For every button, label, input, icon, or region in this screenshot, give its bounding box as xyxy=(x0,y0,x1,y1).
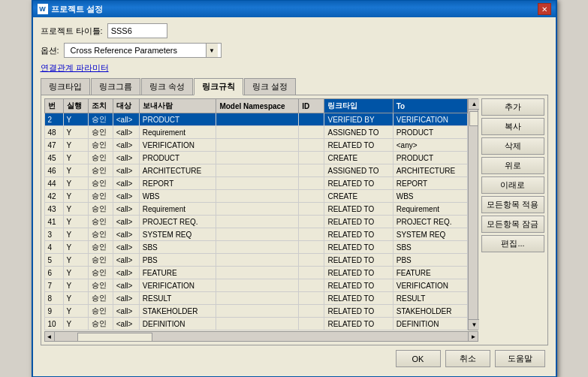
vertical-scrollbar[interactable]: ▲ ▼ xyxy=(468,98,478,330)
project-type-label: 프로젝트 타이틀: xyxy=(41,26,103,37)
scroll-up-arrow[interactable]: ▲ xyxy=(469,99,479,110)
app-icon: W xyxy=(38,4,48,14)
tab-linksetting[interactable]: 링크 설정 xyxy=(244,78,296,95)
title-bar-left: W 프로젝트 설정 xyxy=(38,4,103,15)
col-header-target: 대상 xyxy=(113,99,139,113)
window-content: 프로젝트 타이틀: 옵션: Cross Reference Parameters… xyxy=(33,17,556,376)
cancel-button[interactable]: 취소 xyxy=(445,350,490,367)
tab-linkrule[interactable]: 링크규칙 xyxy=(194,78,243,95)
project-type-row: 프로젝트 타이틀: xyxy=(41,23,548,38)
col-header-no: 번 xyxy=(44,99,63,113)
apply-all-button[interactable]: 모든항목 적용 xyxy=(481,196,544,213)
table-row[interactable]: 5Y승인<all>PBSRELATED TOPBS xyxy=(44,254,468,267)
table-row[interactable]: 9Y승인<all>STAKEHOLDERRELATED TOSTAKEHOLDE… xyxy=(44,305,468,318)
up-button[interactable]: 위로 xyxy=(481,157,544,174)
col-header-to: To xyxy=(393,99,468,113)
table-body: 2Y승인<all>PRODUCTVERIFIED BYVERIFICATION4… xyxy=(44,113,468,330)
col-header-id: ID xyxy=(299,99,324,113)
copy-button[interactable]: 복사 xyxy=(481,118,544,135)
hscroll-track xyxy=(55,331,469,342)
close-button[interactable]: ✕ xyxy=(538,3,551,15)
footer: OK 취소 도움말 xyxy=(41,345,548,370)
scroll-left-arrow[interactable]: ◄ xyxy=(44,331,55,342)
edit-button[interactable]: 편집... xyxy=(481,235,544,252)
table-row[interactable]: 44Y승인<all>REPORTRELATED TOREPORT xyxy=(44,177,468,190)
table-with-scrollbar: 번 실행 조치 대상 보내사람 Model Namespace ID 링크타입 xyxy=(44,98,479,330)
help-button[interactable]: 도움말 xyxy=(495,350,545,367)
window-title: 프로젝트 설정 xyxy=(51,4,103,15)
horizontal-scrollbar: ◄ ► xyxy=(44,331,479,342)
down-button[interactable]: 이래로 xyxy=(481,176,544,194)
lock-all-button[interactable]: 모든항목 잠금 xyxy=(481,216,544,233)
data-table: 번 실행 조치 대상 보내사람 Model Namespace ID 링크타입 xyxy=(44,98,469,330)
tab-linkgroup[interactable]: 링크그름 xyxy=(91,78,140,95)
table-row[interactable]: 3Y승인<all>SYSTEM REQRELATED TOSYSTEM REQ xyxy=(44,228,468,241)
option-label: 옵션: xyxy=(41,45,59,56)
link-row: 연결관계 파라미터 xyxy=(41,62,548,74)
table-row[interactable]: 47Y승인<all>VERIFICATIONRELATED TO<any> xyxy=(44,139,468,152)
link-params[interactable]: 연결관계 파라미터 xyxy=(41,62,109,74)
project-type-input[interactable] xyxy=(107,23,167,38)
table-row[interactable]: 6Y승인<all>FEATURERELATED TOFEATURE xyxy=(44,267,468,279)
table-row[interactable]: 43Y승인<all>RequirementRELATED TORequireme… xyxy=(44,203,468,216)
tab-linktype[interactable]: 링크타입 xyxy=(41,78,90,95)
tabs: 링크타입 링크그름 링크 속성 링크규칙 링크 설정 xyxy=(41,78,548,95)
table-row[interactable]: 7Y승인<all>VERIFICATIONRELATED TOVERIFICAT… xyxy=(44,279,468,292)
ok-button[interactable]: OK xyxy=(396,350,441,367)
main-area: 번 실행 조치 대상 보내사람 Model Namespace ID 링크타입 xyxy=(44,98,544,342)
scroll-down-arrow[interactable]: ▼ xyxy=(469,319,479,330)
sidebar-buttons: 추가 복사 삭제 위로 이래로 모든항목 적용 모든항목 잠금 편집... xyxy=(481,98,544,342)
table-row[interactable]: 42Y승인<all>WBSCREATEWBS xyxy=(44,190,468,203)
table-row[interactable]: 2Y승인<all>PRODUCTVERIFIED BYVERIFICATION xyxy=(44,113,468,126)
col-header-sender: 보내사람 xyxy=(139,99,216,113)
option-select-arrow[interactable]: ▼ xyxy=(206,44,218,57)
delete-button[interactable]: 삭제 xyxy=(481,137,544,155)
hscroll-thumb[interactable] xyxy=(77,333,152,342)
table-scroll: 번 실행 조치 대상 보내사람 Model Namespace ID 링크타입 xyxy=(44,98,469,330)
table-row[interactable]: 46Y승인<all>ARCHITECTUREASSIGNED TOARCHITE… xyxy=(44,164,468,177)
col-header-act: 조치 xyxy=(88,99,113,113)
table-row[interactable]: 8Y승인<all>RESULTRELATED TORESULT xyxy=(44,292,468,305)
table-header: 번 실행 조치 대상 보내사람 Model Namespace ID 링크타입 xyxy=(44,99,468,113)
col-header-linktype: 링크타입 xyxy=(324,99,393,113)
tab-linkattr[interactable]: 링크 속성 xyxy=(141,78,193,95)
scroll-thumb[interactable] xyxy=(469,111,478,126)
add-button[interactable]: 추가 xyxy=(481,98,544,116)
col-header-sim: 실행 xyxy=(63,99,88,113)
option-select-value: Cross Reference Parameters xyxy=(68,46,206,55)
title-bar: W 프로젝트 설정 ✕ xyxy=(33,1,556,17)
tab-content: 번 실행 조치 대상 보내사람 Model Namespace ID 링크타입 xyxy=(41,95,548,345)
table-row[interactable]: 48Y승인<all>RequirementASSIGNED TOPRODUCT xyxy=(44,126,468,139)
scroll-right-arrow[interactable]: ► xyxy=(468,331,478,342)
table-row[interactable]: 45Y승인<all>PRODUCTCREATEPRODUCT xyxy=(44,152,468,164)
option-row: 옵션: Cross Reference Parameters ▼ xyxy=(41,43,548,58)
table-row[interactable]: 4Y승인<all>SBSRELATED TOSBS xyxy=(44,241,468,254)
table-row[interactable]: 10Y승인<all>DEFINITIONRELATED TODEFINITION xyxy=(44,318,468,330)
table-container: 번 실행 조치 대상 보내사람 Model Namespace ID 링크타입 xyxy=(44,98,479,342)
table-row[interactable]: 41Y승인<all>PROJECT REQ.RELATED TOPROJECT … xyxy=(44,216,468,228)
option-select[interactable]: Cross Reference Parameters ▼ xyxy=(64,43,222,58)
scroll-track xyxy=(469,110,478,319)
main-window: W 프로젝트 설정 ✕ 프로젝트 타이틀: 옵션: Cross Referenc… xyxy=(32,0,557,377)
col-header-ns: Model Namespace xyxy=(216,99,299,113)
